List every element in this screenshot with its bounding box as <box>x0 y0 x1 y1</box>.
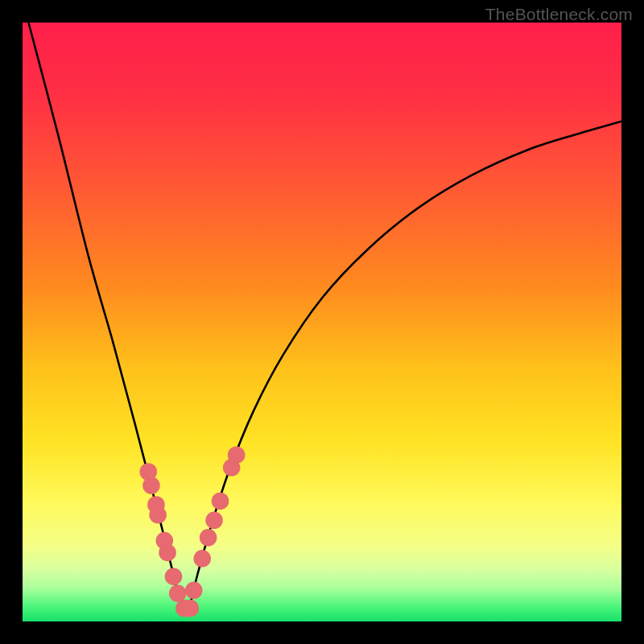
highlight-point <box>182 600 200 617</box>
highlight-point <box>165 568 183 585</box>
highlight-point <box>205 511 223 529</box>
highlight-point <box>159 544 176 562</box>
highlight-point <box>228 446 246 464</box>
plot-area <box>23 23 621 621</box>
chart-svg <box>23 23 621 621</box>
highlight-point <box>200 529 217 547</box>
highlight-point <box>212 493 229 510</box>
highlight-point <box>185 582 203 600</box>
watermark-text: TheBottleneck.com <box>485 5 633 24</box>
scatter-highlights <box>139 446 245 617</box>
highlight-point <box>169 584 187 602</box>
highlight-point <box>142 477 160 494</box>
bottleneck-curve <box>28 23 621 610</box>
highlight-point <box>193 550 211 568</box>
highlight-point <box>149 506 167 524</box>
chart-frame: TheBottleneck.com <box>0 0 644 644</box>
